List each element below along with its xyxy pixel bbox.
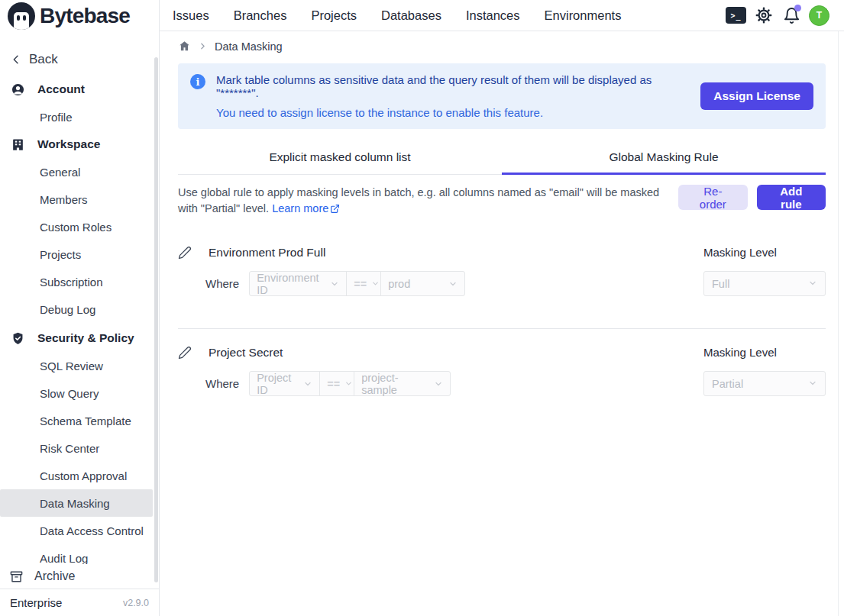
learn-more-link[interactable]: Learn more	[272, 201, 340, 217]
shield-check-icon	[11, 331, 25, 346]
tab-global-masking-rule[interactable]: Global Masking Rule	[502, 142, 826, 175]
brand-logo[interactable]: Bytebase	[0, 0, 159, 31]
rules-description-text: Use global rule to apply masking levels …	[178, 186, 659, 214]
archive-button[interactable]: Archive	[0, 564, 154, 589]
condition-operator-select[interactable]: ==	[346, 271, 381, 296]
sql-editor-terminal-icon[interactable]: >_	[726, 7, 746, 24]
topnav-actions: >_	[726, 5, 829, 26]
sidebar-section-security: Security & Policy	[0, 324, 159, 352]
sidebar-scrollbar[interactable]	[154, 57, 158, 582]
chevron-down-icon	[330, 279, 339, 289]
banner-text: Mark table columns as sensitive data and…	[216, 73, 688, 119]
back-button[interactable]: Back	[0, 46, 159, 73]
sidebar-item-general[interactable]: General	[0, 158, 153, 185]
masking-rule-card-2: Project Secret Masking Level Where Proje…	[178, 346, 826, 396]
sidebar-item-schema-template[interactable]: Schema Template	[0, 407, 153, 434]
chevron-down-icon	[808, 278, 817, 290]
condition-operator-select[interactable]: ==	[319, 371, 354, 396]
external-link-icon	[330, 204, 340, 214]
chevron-down-icon	[344, 379, 353, 388]
nav-item-instances[interactable]: Instances	[466, 8, 520, 23]
masking-level-label: Masking Level	[703, 346, 777, 359]
chevron-down-icon	[371, 279, 380, 288]
nav-item-databases[interactable]: Databases	[381, 8, 441, 23]
condition-value-select[interactable]: prod	[380, 271, 465, 296]
sidebar-item-sql-review[interactable]: SQL Review	[0, 352, 153, 379]
sidebar-item-debug-log[interactable]: Debug Log	[0, 295, 153, 323]
settings-sidebar: Bytebase Back Account Profile	[0, 0, 160, 616]
sidebar-item-custom-roles[interactable]: Custom Roles	[0, 213, 153, 240]
section-label-security: Security & Policy	[37, 331, 134, 345]
sidebar-footer: Enterprise v2.9.0	[0, 589, 159, 616]
edit-rule-button[interactable]	[178, 346, 192, 360]
edit-rule-button[interactable]	[178, 246, 192, 260]
condition-field-value: Environment ID	[257, 272, 325, 296]
building-icon	[11, 137, 25, 152]
banner-line2[interactable]: You need to assign license to the instan…	[216, 106, 688, 119]
breadcrumb: Data Masking	[178, 40, 826, 53]
chevron-down-icon	[808, 378, 817, 390]
main-scrollbar-track	[838, 31, 839, 616]
nav-item-projects[interactable]: Projects	[311, 8, 357, 23]
sidebar-item-risk-center[interactable]: Risk Center	[0, 434, 153, 462]
user-avatar[interactable]: T	[809, 5, 829, 26]
reorder-button[interactable]: Re-order	[678, 185, 748, 210]
condition-field-select[interactable]: Environment ID	[249, 271, 347, 296]
condition-operator-value: ==	[327, 378, 340, 390]
bytebase-logo-icon	[8, 2, 35, 30]
license-info-banner: i Mark table columns as sensitive data a…	[178, 63, 826, 129]
user-icon	[11, 82, 25, 97]
chevron-down-icon	[434, 379, 443, 389]
rules-header: Use global rule to apply masking levels …	[178, 185, 826, 217]
pencil-icon	[178, 346, 192, 360]
nav-item-environments[interactable]: Environments	[545, 8, 622, 23]
condition-value-select[interactable]: project-sample	[354, 371, 451, 396]
condition-operator-value: ==	[354, 278, 367, 290]
archive-label: Archive	[34, 569, 75, 583]
sidebar-item-data-access-control[interactable]: Data Access Control	[0, 517, 153, 544]
condition-field-select[interactable]: Project ID	[249, 371, 320, 396]
assign-license-button[interactable]: Assign License	[700, 82, 813, 110]
page-content: Data Masking i Mark table columns as sen…	[160, 31, 844, 616]
plan-label: Enterprise	[10, 596, 62, 609]
brand-name: Bytebase	[40, 4, 130, 28]
condition-field-value: Project ID	[257, 372, 299, 396]
rule-title: Environment Prod Full	[209, 246, 325, 260]
version-label: v2.9.0	[123, 598, 149, 608]
banner-line1: Mark table columns as sensitive data and…	[216, 73, 688, 99]
chevron-down-icon	[448, 279, 458, 289]
settings-gear-button[interactable]	[754, 5, 774, 25]
masking-level-select[interactable]: Full	[703, 271, 826, 296]
learn-more-label: Learn more	[272, 201, 328, 217]
nav-item-branches[interactable]: Branches	[234, 8, 287, 23]
masking-level-select[interactable]: Partial	[703, 371, 826, 396]
sidebar-item-subscription[interactable]: Subscription	[0, 268, 153, 295]
sidebar-item-members[interactable]: Members	[0, 185, 153, 213]
rule-divider	[178, 328, 826, 329]
notifications-button[interactable]	[781, 5, 801, 25]
rules-description: Use global rule to apply masking levels …	[178, 185, 678, 217]
top-navigation: Issues Branches Projects Databases Insta…	[160, 0, 844, 31]
masking-rule-card-1: Environment Prod Full Masking Level Wher…	[178, 246, 826, 296]
condition-group: Environment ID == prod	[249, 271, 465, 296]
sidebar-item-slow-query[interactable]: Slow Query	[0, 379, 153, 407]
nav-item-issues[interactable]: Issues	[173, 8, 209, 23]
breadcrumb-current: Data Masking	[215, 40, 283, 53]
masking-tabs: Explicit masked column list Global Maski…	[178, 142, 826, 175]
archive-icon	[9, 569, 24, 584]
where-label: Where	[205, 271, 239, 296]
rules-actions: Re-order Add rule	[678, 185, 826, 210]
sidebar-item-custom-approval[interactable]: Custom Approval	[0, 462, 153, 489]
back-label: Back	[29, 52, 58, 67]
sidebar-item-data-masking[interactable]: Data Masking	[0, 489, 153, 517]
add-rule-button[interactable]: Add rule	[757, 185, 826, 210]
sidebar-item-profile[interactable]: Profile	[0, 103, 153, 131]
section-label-account: Account	[37, 82, 85, 96]
sidebar-item-projects[interactable]: Projects	[0, 240, 153, 268]
condition-value: prod	[388, 278, 410, 290]
pencil-icon	[178, 246, 192, 260]
rule-title: Project Secret	[209, 346, 283, 360]
tab-explicit-masked-column-list[interactable]: Explicit masked column list	[178, 142, 502, 175]
info-icon: i	[190, 74, 205, 89]
home-icon[interactable]	[178, 40, 191, 53]
